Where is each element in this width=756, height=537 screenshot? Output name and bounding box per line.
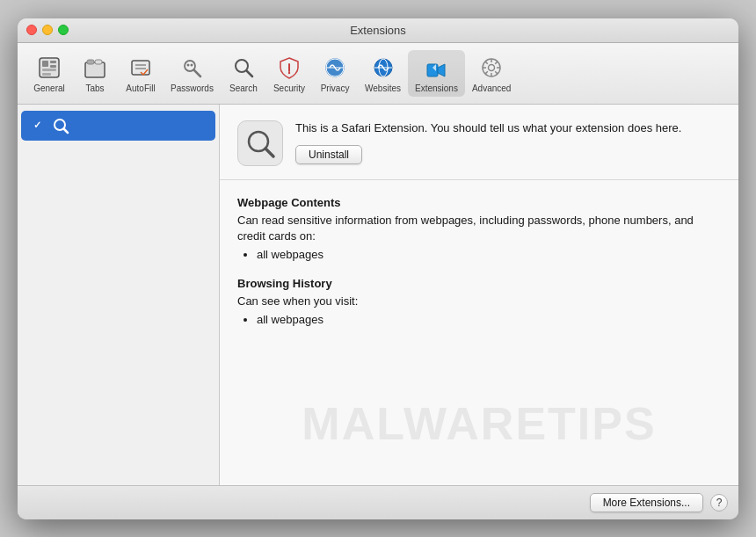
svg-rect-8 (95, 60, 102, 64)
toolbar-item-security[interactable]: Security (266, 50, 312, 97)
svg-point-14 (187, 63, 190, 66)
toolbar-item-tabs[interactable]: Tabs (72, 50, 118, 97)
uninstall-button[interactable]: Uninstall (295, 145, 362, 164)
webpage-contents-title: Webpage Contents (237, 196, 721, 209)
titlebar: Extensions (18, 18, 738, 43)
passwords-icon (178, 54, 206, 82)
svg-line-35 (495, 61, 498, 63)
main-panel: MALWARETIPS This is a Safari Extension. … (220, 105, 738, 485)
toolbar-item-search[interactable]: Search (221, 50, 266, 97)
extension-permissions: Webpage Contents Can read sensitive info… (220, 180, 738, 485)
tabs-icon (81, 54, 109, 82)
svg-rect-7 (87, 60, 94, 64)
svg-rect-4 (42, 69, 56, 71)
advanced-icon (477, 54, 505, 82)
svg-rect-26 (427, 64, 438, 76)
window-controls (26, 25, 69, 35)
extensions-label: Extensions (415, 83, 458, 93)
permission-browsing-history: Browsing History Can see when you visit:… (237, 277, 721, 326)
permission-webpage-contents: Webpage Contents Can read sensitive info… (237, 196, 721, 261)
svg-rect-2 (50, 61, 56, 63)
sidebar-item-search-ext[interactable] (21, 111, 215, 141)
svg-line-34 (495, 71, 498, 74)
general-label: General (33, 83, 65, 93)
toolbar: General Tabs Auto (18, 43, 738, 105)
maximize-button[interactable] (58, 25, 69, 35)
toolbar-item-general[interactable]: General (26, 50, 72, 97)
webpage-contents-item-0: all webpages (257, 248, 721, 261)
svg-point-15 (191, 63, 193, 66)
extension-sidebar-icon (51, 116, 70, 135)
help-button[interactable]: ? (710, 494, 728, 512)
security-icon (275, 54, 303, 82)
browsing-history-list: all webpages (237, 313, 721, 326)
close-button[interactable] (26, 25, 37, 35)
privacy-label: Privacy (321, 83, 350, 93)
toolbar-item-passwords[interactable]: Passwords (164, 50, 221, 97)
extension-detail-header: This is a Safari Extension. You should t… (220, 105, 738, 180)
browsing-history-item-0: all webpages (257, 313, 721, 326)
svg-rect-5 (42, 73, 51, 76)
svg-point-19 (288, 71, 290, 73)
toolbar-item-extensions[interactable]: Extensions (408, 50, 465, 97)
extensions-icon (422, 54, 450, 82)
svg-line-17 (246, 70, 252, 76)
webpage-contents-list: all webpages (237, 248, 721, 261)
search-toolbar-icon (229, 54, 258, 82)
extension-info: This is a Safari Extension. You should t… (295, 120, 721, 164)
extension-big-icon (237, 120, 283, 166)
toolbar-item-autofill[interactable]: AutoFill (118, 50, 164, 97)
svg-rect-6 (85, 62, 105, 77)
bottom-bar: More Extensions... ? (18, 485, 738, 519)
websites-icon (369, 54, 397, 82)
svg-rect-3 (50, 65, 56, 68)
safari-preferences-window: Extensions General (18, 18, 738, 519)
passwords-label: Passwords (171, 83, 214, 93)
autofill-icon (127, 54, 155, 82)
sidebar (18, 105, 220, 485)
search-label: Search (229, 83, 258, 93)
window-title: Extensions (350, 24, 406, 37)
tabs-label: Tabs (85, 83, 104, 93)
svg-line-38 (64, 128, 69, 133)
advanced-label: Advanced (472, 83, 511, 93)
svg-rect-1 (42, 61, 48, 67)
extension-description: This is a Safari Extension. You should t… (295, 120, 721, 136)
security-label: Security (273, 83, 305, 93)
content-area: MALWARETIPS This is a Safari Extension. … (18, 105, 738, 485)
browsing-history-desc: Can see when you visit: (237, 294, 721, 309)
minimize-button[interactable] (42, 25, 53, 35)
toolbar-item-privacy[interactable]: Privacy (312, 50, 358, 97)
websites-label: Websites (365, 83, 401, 93)
svg-line-13 (194, 69, 201, 76)
webpage-contents-desc: Can read sensitive information from webp… (237, 213, 721, 244)
svg-line-40 (265, 149, 273, 156)
more-extensions-button[interactable]: More Extensions... (590, 493, 703, 512)
svg-line-36 (485, 71, 488, 74)
svg-point-28 (489, 64, 495, 70)
toolbar-item-websites[interactable]: Websites (358, 50, 408, 97)
privacy-icon (321, 54, 349, 82)
general-icon (35, 54, 63, 82)
toolbar-item-advanced[interactable]: Advanced (465, 50, 518, 97)
svg-line-33 (485, 61, 488, 63)
autofill-label: AutoFill (126, 83, 155, 93)
extension-checkbox[interactable] (30, 119, 44, 133)
browsing-history-title: Browsing History (237, 277, 721, 290)
